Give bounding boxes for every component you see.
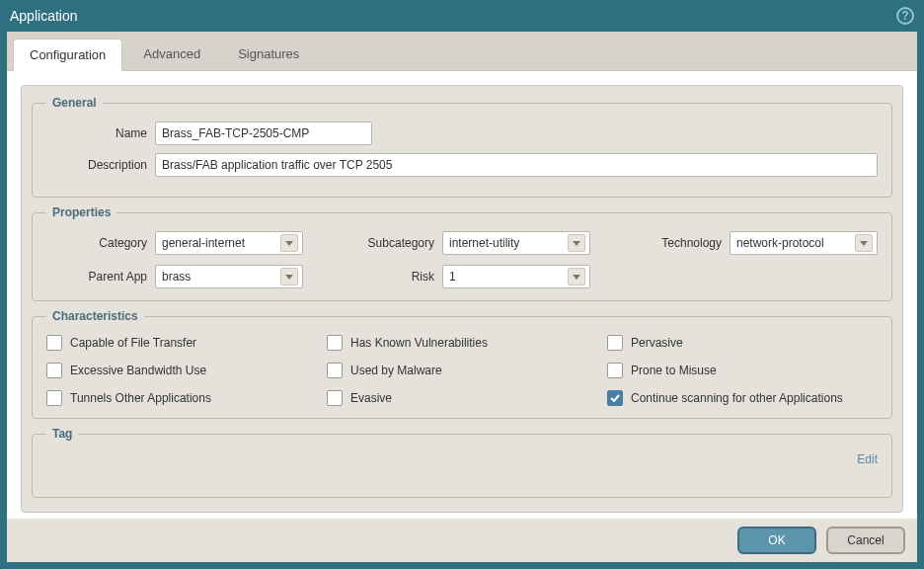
chevron-down-icon <box>568 268 585 285</box>
chk-continue-scan-label: Continue scanning for other Applications <box>631 391 843 405</box>
checkbox-icon <box>46 390 62 406</box>
chk-tunnels[interactable]: Tunnels Other Applications <box>46 390 317 406</box>
description-label: Description <box>46 158 155 172</box>
chk-misuse-label: Prone to Misuse <box>631 364 717 377</box>
svg-marker-1 <box>573 241 580 246</box>
checkbox-icon <box>607 363 623 378</box>
chk-file-transfer[interactable]: Capable of File Transfer <box>46 335 317 351</box>
inner-panel: General Name Description Properties Cate… <box>21 85 903 513</box>
chk-file-transfer-label: Capable of File Transfer <box>70 336 196 350</box>
chevron-down-icon <box>280 268 298 285</box>
checkbox-icon <box>46 363 62 378</box>
risk-label: Risk <box>334 270 442 284</box>
category-label: Category <box>46 236 155 250</box>
application-window: Application ? Configuration Advanced Sig… <box>0 0 924 569</box>
footer: OK Cancel <box>7 519 917 562</box>
chk-pervasive[interactable]: Pervasive <box>607 335 878 351</box>
fieldset-tag: Tag Edit <box>32 427 892 498</box>
chk-evasive-label: Evasive <box>350 391 392 405</box>
content-wrap: Configuration Advanced Signatures Genera… <box>7 32 917 562</box>
tab-bar: Configuration Advanced Signatures <box>7 32 917 70</box>
chk-misuse[interactable]: Prone to Misuse <box>607 363 878 378</box>
checkbox-icon <box>607 335 623 351</box>
chevron-down-icon <box>855 234 873 252</box>
parent-app-select[interactable]: brass <box>155 265 303 288</box>
technology-value: network-protocol <box>736 236 824 250</box>
chk-continue-scan[interactable]: Continue scanning for other Applications <box>607 390 878 406</box>
chk-malware-label: Used by Malware <box>350 364 442 377</box>
tab-signatures[interactable]: Signatures <box>221 38 316 70</box>
svg-marker-0 <box>285 241 293 246</box>
checkbox-icon <box>327 390 343 406</box>
fieldset-general: General Name Description <box>32 96 892 198</box>
window-title: Application <box>10 8 78 24</box>
ok-button[interactable]: OK <box>737 527 816 554</box>
risk-value: 1 <box>449 270 456 284</box>
legend-characteristics: Characteristics <box>46 309 144 323</box>
tag-edit-link[interactable]: Edit <box>857 452 878 466</box>
parent-app-value: brass <box>162 270 191 284</box>
description-input[interactable] <box>155 153 878 177</box>
cancel-button[interactable]: Cancel <box>826 527 905 554</box>
chevron-down-icon <box>568 234 585 252</box>
svg-marker-3 <box>285 275 293 280</box>
svg-marker-2 <box>860 241 868 246</box>
technology-select[interactable]: network-protocol <box>730 231 878 255</box>
category-value: general-internet <box>162 236 245 250</box>
legend-properties: Properties <box>46 205 116 219</box>
tab-configuration[interactable]: Configuration <box>13 39 122 71</box>
technology-label: Technology <box>621 236 730 250</box>
chk-bandwidth-label: Excessive Bandwidth Use <box>70 364 206 377</box>
subcategory-label: Subcategory <box>334 236 442 250</box>
svg-marker-4 <box>573 275 580 280</box>
risk-select[interactable]: 1 <box>442 265 590 288</box>
checkbox-icon <box>607 390 623 406</box>
tab-body: General Name Description Properties Cate… <box>7 70 917 519</box>
chk-malware[interactable]: Used by Malware <box>327 363 597 378</box>
legend-tag: Tag <box>46 427 78 441</box>
checkbox-icon <box>327 335 343 351</box>
checkbox-icon <box>46 335 62 351</box>
chevron-down-icon <box>280 234 298 252</box>
chk-known-vuln[interactable]: Has Known Vulnerabilities <box>327 335 597 351</box>
checkbox-icon <box>327 363 343 378</box>
chk-bandwidth[interactable]: Excessive Bandwidth Use <box>46 363 317 378</box>
parent-app-label: Parent App <box>46 270 155 284</box>
chk-tunnels-label: Tunnels Other Applications <box>70 391 211 405</box>
chk-pervasive-label: Pervasive <box>631 336 683 350</box>
chk-known-vuln-label: Has Known Vulnerabilities <box>350 336 488 350</box>
subcategory-value: internet-utility <box>449 236 519 250</box>
subcategory-select[interactable]: internet-utility <box>442 231 590 255</box>
fieldset-characteristics: Characteristics Capable of File Transfer… <box>32 309 892 419</box>
name-label: Name <box>46 126 155 140</box>
help-icon[interactable]: ? <box>896 7 914 25</box>
fieldset-properties: Properties Category general-internet Sub… <box>32 205 892 301</box>
legend-general: General <box>46 96 103 110</box>
category-select[interactable]: general-internet <box>155 231 303 255</box>
name-input[interactable] <box>155 122 372 145</box>
tab-advanced[interactable]: Advanced <box>126 38 217 70</box>
titlebar: Application ? <box>0 0 924 32</box>
chk-evasive[interactable]: Evasive <box>327 390 597 406</box>
